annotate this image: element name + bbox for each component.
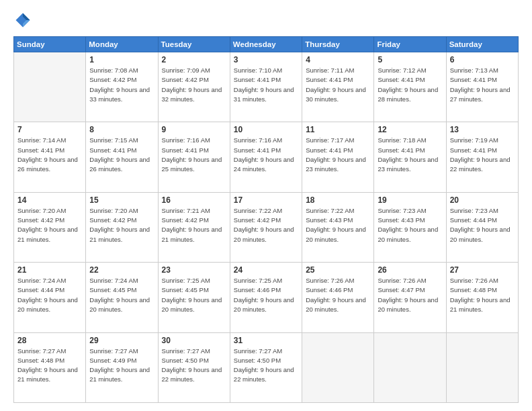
day-number: 11 [306,125,370,134]
calendar-cell: 26Sunrise: 7:26 AMSunset: 4:47 PMDayligh… [374,263,446,332]
daylight-text: Daylight: 9 hours and 21 minutes. [89,366,150,383]
day-info: Sunrise: 7:10 AMSunset: 4:41 PMDaylight:… [234,66,298,104]
daylight-text: Daylight: 9 hours and 30 minutes. [306,86,366,103]
day-info: Sunrise: 7:20 AMSunset: 4:42 PMDaylight:… [17,206,82,244]
calendar-cell: 28Sunrise: 7:27 AMSunset: 4:48 PMDayligh… [14,332,86,402]
sunset-text: Sunset: 4:41 PM [306,76,353,83]
daylight-text: Daylight: 9 hours and 20 minutes. [306,226,366,242]
sunrise-text: Sunrise: 7:20 AM [89,207,138,214]
sunrise-text: Sunrise: 7:24 AM [17,277,66,284]
sunrise-text: Sunrise: 7:20 AM [17,207,66,214]
sunset-text: Sunset: 4:50 PM [234,357,281,364]
daylight-text: Daylight: 9 hours and 21 minutes. [450,296,511,313]
sunrise-text: Sunrise: 7:22 AM [306,207,354,214]
calendar-cell: 23Sunrise: 7:25 AMSunset: 4:45 PMDayligh… [158,263,230,332]
calendar-header-sunday: Sunday [14,37,86,52]
daylight-text: Daylight: 9 hours and 33 minutes. [89,86,150,103]
calendar-week-3: 14Sunrise: 7:20 AMSunset: 4:42 PMDayligh… [14,192,519,262]
daylight-text: Daylight: 9 hours and 21 minutes. [162,226,222,242]
day-info: Sunrise: 7:27 AMSunset: 4:49 PMDaylight:… [89,347,154,385]
day-info: Sunrise: 7:16 AMSunset: 4:41 PMDaylight:… [234,136,298,174]
page: SundayMondayTuesdayWednesdayThursdayFrid… [0,0,532,411]
sunrise-text: Sunrise: 7:10 AM [234,66,282,74]
sunrise-text: Sunrise: 7:09 AM [162,66,210,74]
sunset-text: Sunset: 4:41 PM [378,146,425,154]
sunrise-text: Sunrise: 7:22 AM [234,207,282,214]
sunset-text: Sunset: 4:41 PM [450,76,497,83]
day-number: 5 [378,55,442,64]
calendar-cell: 11Sunrise: 7:17 AMSunset: 4:41 PMDayligh… [302,122,374,192]
calendar-cell: 15Sunrise: 7:20 AMSunset: 4:42 PMDayligh… [86,192,158,262]
calendar-header-row: SundayMondayTuesdayWednesdayThursdayFrid… [14,37,519,52]
daylight-text: Daylight: 9 hours and 28 minutes. [378,86,438,103]
sunrise-text: Sunrise: 7:15 AM [89,136,138,144]
day-number: 4 [306,55,370,64]
day-info: Sunrise: 7:27 AMSunset: 4:50 PMDaylight:… [162,347,226,385]
daylight-text: Daylight: 9 hours and 22 minutes. [234,366,294,383]
day-info: Sunrise: 7:11 AMSunset: 4:41 PMDaylight:… [306,66,370,104]
day-info: Sunrise: 7:15 AMSunset: 4:41 PMDaylight:… [89,136,154,174]
calendar-cell: 24Sunrise: 7:25 AMSunset: 4:46 PMDayligh… [230,263,302,332]
calendar-cell: 3Sunrise: 7:10 AMSunset: 4:41 PMDaylight… [230,52,302,122]
daylight-text: Daylight: 9 hours and 23 minutes. [378,156,438,173]
daylight-text: Daylight: 9 hours and 26 minutes. [89,156,150,173]
calendar-cell [302,332,374,402]
calendar-week-5: 28Sunrise: 7:27 AMSunset: 4:48 PMDayligh… [14,332,519,402]
sunset-text: Sunset: 4:46 PM [306,286,353,293]
calendar-cell: 16Sunrise: 7:21 AMSunset: 4:42 PMDayligh… [158,192,230,262]
day-number: 27 [450,265,515,275]
day-number: 9 [162,125,226,134]
calendar-header-tuesday: Tuesday [158,37,230,52]
sunset-text: Sunset: 4:42 PM [17,216,64,224]
calendar-week-4: 21Sunrise: 7:24 AMSunset: 4:44 PMDayligh… [14,263,519,332]
calendar-cell: 8Sunrise: 7:15 AMSunset: 4:41 PMDaylight… [86,122,158,192]
sunset-text: Sunset: 4:42 PM [89,76,136,83]
day-number: 31 [234,336,298,345]
calendar-cell: 31Sunrise: 7:27 AMSunset: 4:50 PMDayligh… [230,332,302,402]
daylight-text: Daylight: 9 hours and 20 minutes. [378,296,438,313]
calendar-header-friday: Friday [374,37,446,52]
calendar-cell: 17Sunrise: 7:22 AMSunset: 4:42 PMDayligh… [230,192,302,262]
sunrise-text: Sunrise: 7:13 AM [450,66,498,74]
day-info: Sunrise: 7:24 AMSunset: 4:45 PMDaylight:… [89,276,154,314]
sunrise-text: Sunrise: 7:25 AM [162,277,210,284]
sunrise-text: Sunrise: 7:23 AM [450,207,498,214]
sunset-text: Sunset: 4:41 PM [234,146,281,154]
daylight-text: Daylight: 9 hours and 22 minutes. [450,156,511,173]
sunrise-text: Sunrise: 7:21 AM [162,207,210,214]
daylight-text: Daylight: 9 hours and 26 minutes. [17,156,78,173]
sunset-text: Sunset: 4:48 PM [17,357,64,364]
sunrise-text: Sunrise: 7:23 AM [378,207,426,214]
calendar-cell: 9Sunrise: 7:16 AMSunset: 4:41 PMDaylight… [158,122,230,192]
day-number: 13 [450,125,515,134]
calendar-week-2: 7Sunrise: 7:14 AMSunset: 4:41 PMDaylight… [14,122,519,192]
day-number: 22 [89,265,154,275]
header [13,11,519,30]
day-number: 2 [162,55,226,64]
sunrise-text: Sunrise: 7:14 AM [17,136,66,144]
daylight-text: Daylight: 9 hours and 20 minutes. [234,296,294,313]
sunrise-text: Sunrise: 7:12 AM [378,66,426,74]
calendar-cell: 14Sunrise: 7:20 AMSunset: 4:42 PMDayligh… [14,192,86,262]
calendar-cell [446,332,518,402]
day-number: 29 [89,336,154,345]
daylight-text: Daylight: 9 hours and 21 minutes. [89,226,150,242]
daylight-text: Daylight: 9 hours and 32 minutes. [162,86,222,103]
calendar-cell: 30Sunrise: 7:27 AMSunset: 4:50 PMDayligh… [158,332,230,402]
sunrise-text: Sunrise: 7:26 AM [378,277,426,284]
daylight-text: Daylight: 9 hours and 20 minutes. [162,296,222,313]
daylight-text: Daylight: 9 hours and 20 minutes. [306,296,366,313]
day-info: Sunrise: 7:24 AMSunset: 4:44 PMDaylight:… [17,276,82,314]
day-number: 18 [306,195,370,205]
calendar-header-wednesday: Wednesday [230,37,302,52]
calendar-table: SundayMondayTuesdayWednesdayThursdayFrid… [13,36,519,403]
sunset-text: Sunset: 4:43 PM [378,216,425,224]
day-info: Sunrise: 7:26 AMSunset: 4:48 PMDaylight:… [450,276,515,314]
sunrise-text: Sunrise: 7:18 AM [378,136,426,144]
day-info: Sunrise: 7:25 AMSunset: 4:46 PMDaylight:… [234,276,298,314]
day-number: 6 [450,55,515,64]
sunrise-text: Sunrise: 7:26 AM [306,277,354,284]
sunset-text: Sunset: 4:41 PM [234,76,281,83]
day-number: 8 [89,125,154,134]
day-info: Sunrise: 7:14 AMSunset: 4:41 PMDaylight:… [17,136,82,174]
